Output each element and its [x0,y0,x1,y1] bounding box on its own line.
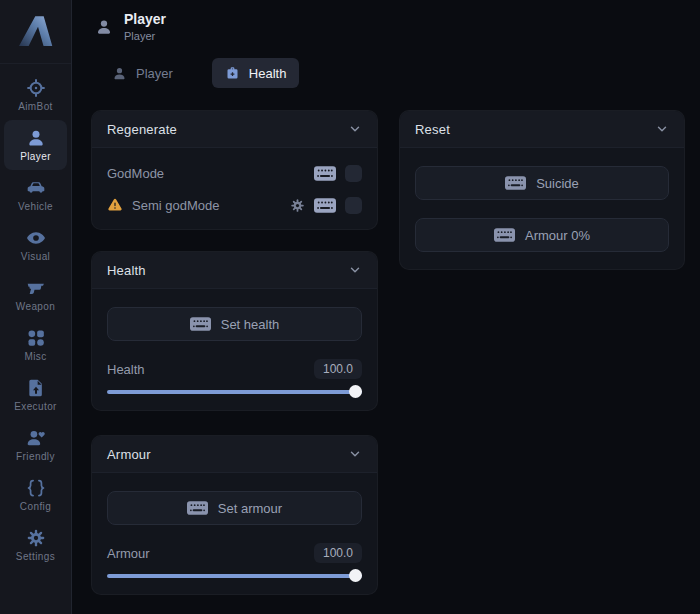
medkit-icon [225,66,240,81]
file-up-icon [26,378,46,398]
car-icon [26,178,46,198]
keybind-icon [190,317,211,331]
set-health-button[interactable]: Set health [107,307,362,341]
page-header-text: Player Player [124,11,166,42]
button-label: Set armour [218,501,282,516]
button-label: Set health [221,317,280,332]
gear-icon [26,528,46,548]
shapes-icon [26,328,46,348]
keybind-icon[interactable] [314,198,336,213]
godmode-checkbox[interactable] [345,165,362,182]
regenerate-card-body: GodMode [92,148,377,229]
crosshair-icon [26,78,46,98]
chevron-down-icon [348,122,362,136]
health-card: Health Set health [91,251,378,411]
sidebar-item-label: Player [20,151,51,162]
sidebar-item-executor[interactable]: Executor [4,370,67,420]
regenerate-card: Regenerate GodMode [91,110,378,230]
sidebar-item-label: Friendly [16,451,55,462]
slider-thumb[interactable] [349,569,362,582]
sidebar-item-label: Config [20,501,51,512]
slider-track [107,574,362,578]
armour-card-body: Set armour Armour 100.0 [92,473,377,594]
sidebar-item-label: Misc [24,351,46,362]
sidebar-item-vehicle[interactable]: Vehicle [4,170,67,220]
app-logo [0,0,71,64]
sidebar-item-label: Executor [14,401,57,412]
chevron-down-icon [348,447,362,461]
sidebar-item-player[interactable]: Player [4,120,67,170]
left-column: Regenerate GodMode [91,110,378,595]
person-icon [112,66,127,81]
sidebar-item-aimbot[interactable]: AimBot [4,70,67,120]
card-title: Regenerate [107,122,177,137]
slider-label: Armour [107,546,150,561]
slider-label: Health [107,362,145,377]
regenerate-card-header[interactable]: Regenerate [92,111,377,148]
sidebar-item-visual[interactable]: Visual [4,220,67,270]
chevron-down-icon [655,122,669,136]
reset-card-header[interactable]: Reset [400,111,684,148]
person-icon [95,18,113,36]
sidebar-item-label: Vehicle [18,201,53,212]
tab-label: Health [249,66,287,81]
chevron-down-icon [348,263,362,277]
pistol-icon [26,278,46,298]
keybind-icon[interactable] [314,166,336,181]
sidebar-item-label: Weapon [16,301,55,312]
sidebar-item-misc[interactable]: Misc [4,320,67,370]
slider-thumb[interactable] [349,385,362,398]
armour-value-badge: 100.0 [314,543,362,563]
tab-player[interactable]: Player [99,58,186,88]
person-heart-icon [26,428,46,448]
tab-bar: Player Health [99,58,299,88]
page-subtitle: Player [124,30,166,42]
health-card-header[interactable]: Health [92,252,377,289]
reset-card: Reset Suicide [399,110,685,270]
feature-label: GodMode [107,166,314,181]
armour-card-header[interactable]: Armour [92,436,377,473]
card-title: Armour [107,447,151,462]
person-icon [26,128,46,148]
feature-row-godmode: GodMode [107,162,362,184]
keybind-icon [505,176,526,190]
armour-0-button[interactable]: Armour 0% [415,218,669,252]
health-card-body: Set health Health 100.0 [92,289,377,410]
feature-row-semi-godmode: Semi godMode [107,194,362,216]
armour-slider[interactable] [107,569,362,582]
semi-godmode-checkbox[interactable] [345,197,362,214]
braces-icon [26,478,46,498]
sidebar-item-label: Settings [16,551,55,562]
sidebar-item-weapon[interactable]: Weapon [4,270,67,320]
sidebar-item-settings[interactable]: Settings [4,520,67,570]
logo-a-icon [15,11,57,53]
tab-health[interactable]: Health [212,58,300,88]
button-label: Suicide [536,176,579,191]
suicide-button[interactable]: Suicide [415,166,669,200]
card-title: Reset [415,122,450,137]
sidebar-nav: AimBot Player Vehicle Visual [0,64,71,570]
sidebar-item-friendly[interactable]: Friendly [4,420,67,470]
armour-slider-row: Armour 100.0 [107,543,362,563]
right-column: Reset Suicide [399,110,685,270]
main-content: Player Player Player Health [72,0,700,614]
warning-icon [107,197,123,213]
settings-gear-icon[interactable] [290,198,305,213]
set-armour-button[interactable]: Set armour [107,491,362,525]
armour-card: Armour Set armour [91,435,378,595]
slider-track [107,390,362,394]
keybind-icon [494,228,515,242]
health-value-badge: 100.0 [314,359,362,379]
eye-icon [26,228,46,248]
feature-label: Semi godMode [132,198,290,213]
sidebar-item-config[interactable]: Config [4,470,67,520]
keybind-icon [187,501,208,515]
health-slider[interactable] [107,385,362,398]
card-title: Health [107,263,146,278]
tab-label: Player [136,66,173,81]
app-window: AimBot Player Vehicle Visual [0,0,700,614]
sidebar-item-label: AimBot [18,101,53,112]
page-header: Player Player [95,11,166,42]
health-slider-row: Health 100.0 [107,359,362,379]
page-title: Player [124,11,166,28]
